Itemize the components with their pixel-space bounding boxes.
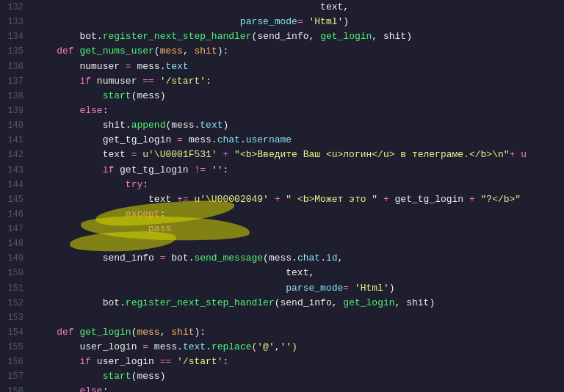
- line-number: 150: [0, 266, 31, 280]
- token: +: [377, 194, 394, 205]
- token: send_info: [257, 31, 308, 42]
- token: [34, 356, 79, 367]
- code-line: 145 text += u'\U00002049' + " <b>Может э…: [0, 192, 564, 207]
- token: '/start': [177, 356, 223, 367]
- token: .: [120, 297, 126, 308]
- token: (: [275, 297, 281, 308]
- token: :: [160, 208, 166, 219]
- token: ): [389, 283, 395, 294]
- line-number: 146: [0, 207, 31, 222]
- token: mess: [189, 134, 212, 145]
- token: [34, 253, 103, 264]
- token: bot: [79, 31, 96, 42]
- token: [34, 179, 126, 190]
- token: chat: [217, 134, 240, 145]
- line-content: shit.append(mess.text): [31, 118, 564, 133]
- token: mess: [171, 120, 194, 131]
- line-number: 145: [0, 192, 31, 207]
- token: get_tg_login: [120, 164, 189, 175]
- token: if: [103, 164, 120, 175]
- token: ==: [154, 356, 177, 367]
- line-content: start(mess): [31, 89, 564, 104]
- line-content: except:: [31, 207, 564, 222]
- token: shit: [406, 297, 429, 308]
- token: [34, 1, 320, 12]
- token: '': [212, 164, 223, 175]
- line-content: send_info = bot.send_message(mess.chat.i…: [31, 251, 564, 266]
- token: get_tg_login: [103, 134, 172, 145]
- token: if: [79, 76, 96, 87]
- line-content: bot.register_next_step_handler(send_info…: [31, 296, 564, 311]
- token: [34, 105, 79, 116]
- token: get_nums_user: [79, 46, 153, 57]
- token: ,: [309, 31, 321, 42]
- token: [34, 327, 57, 338]
- code-line: 147 pass: [0, 222, 564, 236]
- token: ): [223, 120, 229, 131]
- line-number: 138: [0, 89, 31, 104]
- token: text: [183, 341, 206, 352]
- line-content: text,: [31, 266, 564, 280]
- token: ,: [372, 31, 383, 42]
- token: send_message: [194, 253, 263, 264]
- token: u'\U00002049': [194, 194, 268, 205]
- token: parse_mode: [240, 16, 297, 27]
- line-content: if get_tg_login != '':: [31, 163, 564, 178]
- line-content: start(mess): [31, 369, 564, 384]
- line-content: else:: [31, 104, 564, 118]
- token: +: [217, 149, 234, 160]
- line-content: text,: [31, 0, 564, 15]
- token: [34, 76, 79, 87]
- token: ): [343, 16, 349, 27]
- token: .: [177, 341, 183, 352]
- token: [34, 297, 103, 308]
- token: text: [148, 194, 171, 205]
- code-line: 136 numuser = mess.text: [0, 59, 564, 74]
- token: .: [320, 253, 326, 264]
- token: [34, 164, 103, 175]
- code-line: 143 if get_tg_login != '':: [0, 163, 564, 178]
- token: shit: [383, 31, 406, 42]
- line-content: try:: [31, 178, 564, 192]
- token: =: [343, 283, 355, 294]
- token: (: [263, 253, 269, 264]
- token: :: [103, 385, 109, 392]
- line-number: 137: [0, 74, 31, 89]
- line-number: 134: [0, 29, 31, 44]
- line-number: 151: [0, 281, 31, 296]
- token: ,: [395, 297, 407, 308]
- line-number: 156: [0, 355, 31, 369]
- token: ): [406, 31, 412, 42]
- token: user_login: [97, 356, 154, 367]
- token: pass: [148, 223, 171, 234]
- token: shit: [103, 120, 126, 131]
- code-line: 139 else:: [0, 104, 564, 118]
- token: numuser: [79, 61, 120, 72]
- token: [34, 61, 79, 72]
- token: =: [171, 134, 188, 145]
- line-content: numuser = mess.text: [31, 59, 564, 74]
- token: ,: [183, 46, 195, 57]
- token: ==: [137, 76, 159, 87]
- line-content: else:: [31, 384, 564, 392]
- code-line: 155 user_login = mess.text.replace('@','…: [0, 340, 564, 355]
- token: else: [79, 385, 102, 392]
- token: username: [246, 134, 292, 145]
- token: [34, 46, 57, 57]
- code-line: 135 def get_nums_user(mess, shit):: [0, 44, 564, 59]
- code-line: 137 if numuser == '/start':: [0, 74, 564, 89]
- code-line: 144 try:: [0, 178, 564, 192]
- token: +: [269, 194, 286, 205]
- token: ):: [195, 327, 206, 338]
- code-line: 152 bot.register_next_step_handler(send_…: [0, 296, 564, 311]
- token: :: [103, 105, 109, 116]
- token: send_info: [103, 253, 154, 264]
- line-number: 140: [0, 118, 31, 133]
- token: text: [286, 267, 308, 278]
- token: register_next_step_handler: [126, 297, 275, 308]
- line-number: 142: [0, 148, 31, 162]
- token: mess: [137, 90, 159, 101]
- token: [34, 120, 103, 131]
- line-number: 133: [0, 15, 31, 29]
- code-line: 142 text = u'\U0001F531' + "<b>Введите В…: [0, 148, 564, 162]
